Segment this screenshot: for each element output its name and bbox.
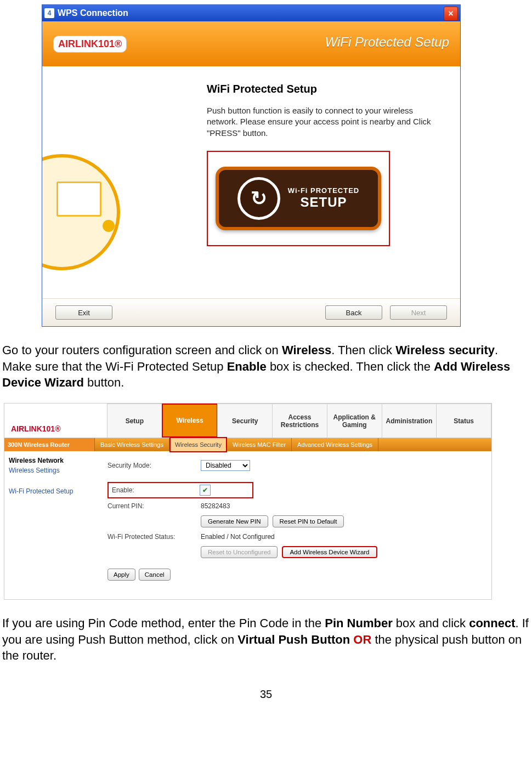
wps-dialog: 4 WPS Connection × AIRLINK101® WiFi Prot… (42, 4, 461, 327)
wps-status-label: Wi-Fi Protected Status: (107, 533, 201, 541)
para1-bold-wireless: Wireless (282, 343, 331, 357)
para2-or: OR (350, 633, 375, 646)
router-header: AIRLINK101® Setup Wireless Security Acce… (4, 404, 491, 438)
para1-bold-enable: Enable (227, 360, 267, 373)
subtab-basic-settings[interactable]: Basic Wireless Settings (95, 438, 169, 451)
router-sidebar: Wireless Network Wireless Settings Wi-Fi… (4, 451, 99, 599)
router-logo: AIRLINK101® (4, 420, 107, 438)
wps-heading: WiFi Protected Setup (207, 83, 444, 95)
banner-title: WiFi Protected Setup (325, 35, 449, 50)
sidebar-link-settings[interactable]: Wireless Settings (9, 467, 99, 474)
instruction-paragraph-1: Go to your routers configuration screen … (2, 342, 530, 391)
router-admin-screenshot: AIRLINK101® Setup Wireless Security Acce… (4, 403, 492, 600)
dialog-body: AIRLINK101® WiFi Protected Setup WiFi Pr… (42, 21, 460, 326)
cancel-button[interactable]: Cancel (139, 569, 171, 581)
subtab-advanced[interactable]: Advanced Wireless Settings (292, 438, 378, 451)
page-number: 35 (2, 688, 530, 701)
para2-bold-connect: connect (469, 616, 515, 630)
apply-button[interactable]: Apply (107, 569, 135, 581)
titlebar-icon: 4 (44, 8, 54, 18)
wps-status-value: Enabled / Not Configured (201, 533, 275, 541)
para1-text4: box is checked. Then click the (267, 360, 434, 373)
dialog-content: WiFi Protected Setup Push button functio… (42, 66, 460, 299)
decorative-dot (103, 220, 115, 232)
current-pin-label: Current PIN: (107, 502, 201, 510)
wps-description: Push button function is easily to connec… (207, 105, 444, 139)
decorative-rect (56, 181, 101, 217)
sidebar-link-wps[interactable]: Wi-Fi Protected Setup (9, 487, 99, 495)
para2-bold-virtual: Virtual Push Button (237, 633, 350, 646)
tab-setup[interactable]: Setup (107, 404, 162, 438)
dialog-titlebar: 4 WPS Connection × (42, 5, 460, 21)
wps-badge-line1: Wi-Fi PROTECTED (288, 186, 359, 195)
para2-text1: If you are using Pin Code method, enter … (2, 616, 325, 630)
para2-text2: box and click (393, 616, 469, 630)
security-mode-label: Security Mode: (107, 462, 201, 469)
para1-text: Go to your routers configuration screen … (2, 343, 282, 357)
para1-text2: . Then click (331, 343, 395, 357)
add-device-wizard-button[interactable]: Add Wireless Device Wizard (282, 546, 377, 558)
router-main: Security Mode: Disabled Enable: ✔ Curren… (99, 451, 491, 599)
security-mode-select[interactable]: Disabled (201, 460, 250, 471)
wps-badge-label: Wi-Fi PROTECTED SETUP (288, 186, 359, 210)
tab-access-restrictions[interactable]: Access Restrictions (272, 404, 327, 438)
para2-bold-pin: Pin Number (325, 616, 392, 630)
tab-wireless[interactable]: Wireless (162, 404, 218, 438)
tab-app-gaming[interactable]: Application & Gaming (327, 404, 382, 438)
enable-checkbox[interactable]: ✔ (200, 485, 211, 496)
subtab-wireless-security[interactable]: Wireless Security (169, 437, 227, 452)
dialog-footer: Exit Back Next (42, 298, 460, 326)
wps-press-button[interactable]: ↻ Wi-Fi PROTECTED SETUP (216, 167, 381, 230)
dialog-title: WPS Connection (58, 8, 128, 18)
tab-administration[interactable]: Administration (382, 404, 437, 438)
para1-text5: button. (84, 376, 124, 389)
tab-status[interactable]: Status (436, 404, 491, 438)
instruction-paragraph-2: If you are using Pin Code method, enter … (2, 615, 530, 664)
subtab-mac-filter[interactable]: Wireless MAC Filter (227, 438, 292, 451)
generate-pin-button[interactable]: Generate New PIN (201, 515, 268, 527)
close-icon[interactable]: × (444, 7, 458, 21)
next-button: Next (390, 305, 447, 320)
reset-unconfigured-button: Reset to Unconfigured (201, 546, 278, 558)
enable-label: Enable: (112, 486, 200, 494)
wps-badge-highlight: ↻ Wi-Fi PROTECTED SETUP (207, 151, 390, 246)
back-button[interactable]: Back (325, 305, 382, 320)
main-tabs: Setup Wireless Security Access Restricti… (107, 404, 491, 438)
tab-security[interactable]: Security (217, 404, 273, 438)
exit-button[interactable]: Exit (55, 305, 112, 320)
para1-bold-security: Wireless security (395, 343, 495, 357)
sidebar-heading: Wireless Network (9, 457, 99, 464)
reset-pin-button[interactable]: Reset PIN to Default (273, 515, 344, 527)
current-pin-value: 85282483 (201, 502, 230, 510)
wps-badge-line2: SETUP (288, 195, 359, 210)
wps-arrows-icon: ↻ (237, 177, 280, 220)
dialog-header-bar: AIRLINK101® WiFi Protected Setup (42, 21, 460, 66)
product-name: 300N Wireless Router (4, 438, 95, 451)
sub-nav: 300N Wireless Router Basic Wireless Sett… (4, 438, 491, 451)
vendor-logo: AIRLINK101® (53, 36, 127, 53)
